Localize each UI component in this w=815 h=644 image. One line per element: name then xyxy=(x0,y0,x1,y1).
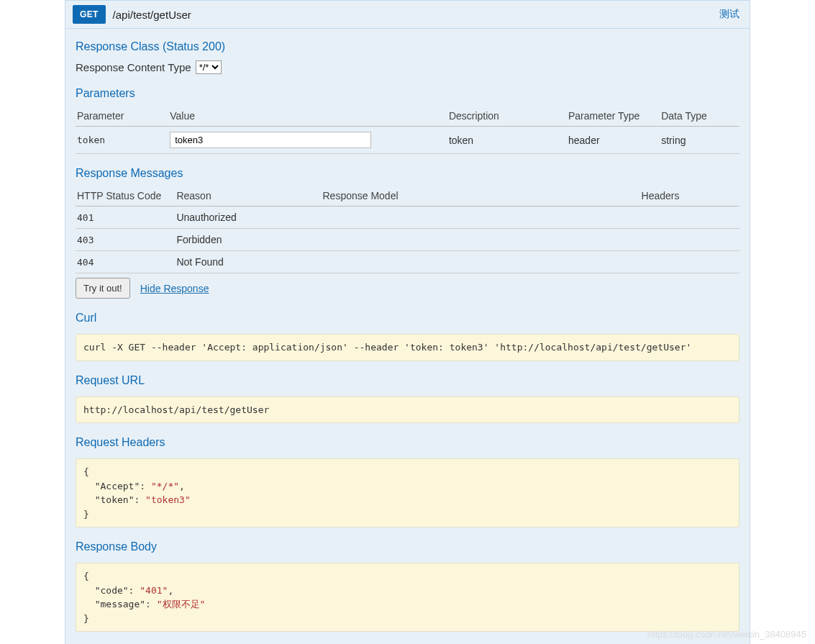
msg-header-reason: Reason xyxy=(175,186,321,207)
method-badge: GET xyxy=(73,5,106,24)
param-header-parameter: Parameter xyxy=(76,106,168,127)
status-reason: Forbidden xyxy=(175,229,321,251)
param-type: header xyxy=(567,127,660,154)
param-header-description: Description xyxy=(447,106,567,127)
request-headers-title: Request Headers xyxy=(76,436,739,449)
response-messages-title: Response Messages xyxy=(76,167,739,180)
param-value-cell xyxy=(168,127,447,154)
status-headers xyxy=(640,251,739,273)
status-model xyxy=(321,207,639,229)
response-class-title: Response Class (Status 200) xyxy=(76,40,739,53)
parameters-title: Parameters xyxy=(76,87,739,100)
param-name: token xyxy=(76,127,168,154)
actions-row: Try it out! Hide Response xyxy=(76,278,739,299)
status-headers xyxy=(640,207,739,229)
status-reason: Unauthorized xyxy=(175,207,321,229)
param-header-value: Value xyxy=(168,106,447,127)
response-body-block: { "code": "401", "message": "权限不足" } xyxy=(76,563,739,632)
status-code: 401 xyxy=(76,207,175,229)
status-headers xyxy=(640,229,739,251)
request-url-title: Request URL xyxy=(76,374,739,387)
response-body-title: Response Body xyxy=(76,540,739,553)
curl-title: Curl xyxy=(76,312,739,325)
hide-response-link[interactable]: Hide Response xyxy=(140,283,209,294)
status-code: 404 xyxy=(76,251,175,273)
msg-header-code: HTTP Status Code xyxy=(76,186,175,207)
request-headers-block: { "Accept": "*/*", "token": "token3" } xyxy=(76,458,739,527)
status-code: 403 xyxy=(76,229,175,251)
table-row: tokentokenheaderstring xyxy=(76,127,739,154)
table-row: 401Unauthorized xyxy=(76,207,739,229)
msg-header-headers: Headers xyxy=(640,186,739,207)
try-it-out-button[interactable]: Try it out! xyxy=(76,278,130,299)
endpoint-path[interactable]: /api/test/getUser xyxy=(113,9,719,21)
status-reason: Not Found xyxy=(175,251,321,273)
parameters-table: Parameter Value Description Parameter Ty… xyxy=(76,106,739,154)
content-type-select[interactable]: */* xyxy=(196,60,222,74)
param-header-type: Parameter Type xyxy=(567,106,660,127)
content-type-label: Response Content Type xyxy=(76,61,191,73)
table-row: 404Not Found xyxy=(76,251,739,273)
operation-panel: GET /api/test/getUser 测试 Response Class … xyxy=(65,0,750,644)
request-url-block: http://localhost/api/test/getUser xyxy=(76,396,739,424)
content-type-row: Response Content Type */* xyxy=(76,60,739,74)
response-messages-table: HTTP Status Code Reason Response Model H… xyxy=(76,186,739,273)
curl-block: curl -X GET --header 'Accept: applicatio… xyxy=(76,334,739,361)
table-row: 403Forbidden xyxy=(76,229,739,251)
param-description: token xyxy=(447,127,567,154)
param-header-datatype: Data Type xyxy=(660,106,739,127)
test-link[interactable]: 测试 xyxy=(719,8,739,21)
status-model xyxy=(321,251,639,273)
msg-header-model: Response Model xyxy=(321,186,639,207)
param-value-input[interactable] xyxy=(170,132,371,148)
operation-header: GET /api/test/getUser 测试 xyxy=(65,1,750,29)
param-datatype: string xyxy=(660,127,739,154)
status-model xyxy=(321,229,639,251)
